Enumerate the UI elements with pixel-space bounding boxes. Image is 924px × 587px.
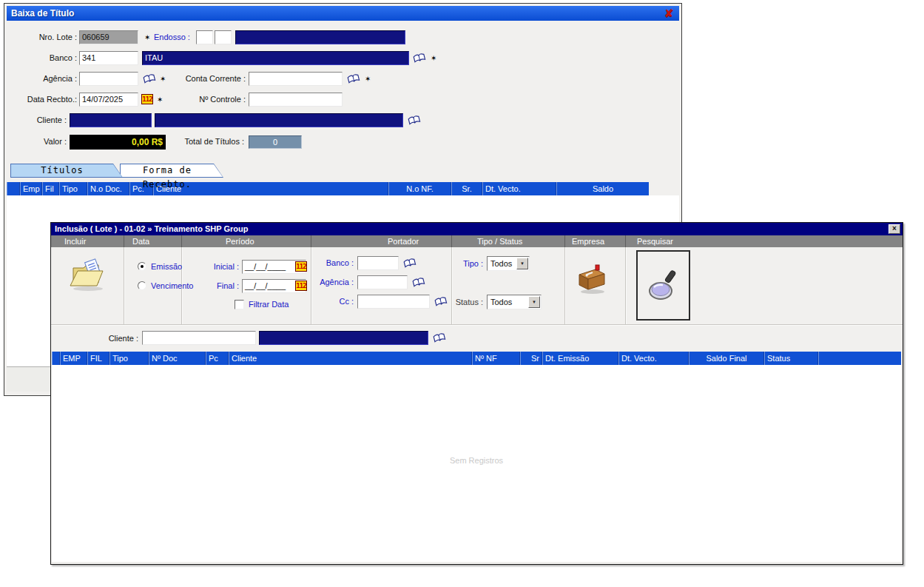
magnifier-icon [646,269,681,303]
results-grid-header: EMP FIL Tipo Nº Doc Pc Cliente Nº NF Sr … [52,352,901,365]
fg-cliente-code-field[interactable] [142,331,256,345]
nro-lote-label: Nro. Lote : [6,30,77,44]
portador-agencia-label: Agência : [301,275,354,289]
status-label: Status : [446,295,483,309]
column-header[interactable]: FIL [87,352,109,365]
close-icon[interactable]: ✘ [664,7,673,20]
section-pesquisar: Pesquisar [637,235,673,247]
results-grid-body[interactable]: Sem Registros [52,365,901,562]
tab-forma-de-recebto[interactable]: Forma de Recebto. [120,164,223,178]
column-header[interactable]: Cliente [229,352,472,365]
cliente-label: Cliente : [6,113,67,127]
portador-agencia-field[interactable] [357,275,408,289]
titulos-grid-header: Emp Fil Tipo N.o Doc. Pc. Cliente N.o NF… [7,182,649,195]
required-star: ✶ [365,72,371,86]
chevron-down-icon[interactable]: ▼ [516,258,528,269]
filtrar-data-label[interactable]: Filtrar Data [249,298,308,312]
tab-titulos-label: Títulos [10,164,123,178]
chevron-down-icon[interactable]: ▼ [528,296,540,308]
radio-vencimento[interactable] [138,281,146,290]
no-controle-label: Nº Controle : [172,93,246,107]
empresa-desk-icon[interactable] [575,263,607,295]
agencia-lookup-book-icon[interactable] [142,73,157,85]
column-header[interactable]: Fil [42,182,59,195]
endosso-field-2[interactable] [215,30,232,44]
close-icon[interactable]: × [888,224,900,234]
filtrar-data-checkbox[interactable] [235,300,244,309]
required-star: ✶ [431,51,436,65]
portador-cc-field[interactable] [357,295,430,309]
panel-divider [124,247,124,324]
nro-lote-field[interactable]: 060659 [79,30,138,44]
section-periodo: Período [226,235,254,247]
agencia-label: Agência : [6,72,77,86]
column-header[interactable]: Nº Doc [149,352,206,365]
portador-banco-label: Banco : [301,256,354,270]
fg-cliente-book-icon[interactable] [432,332,447,344]
column-header[interactable]: Dt. Vecto. [482,182,556,195]
column-header[interactable]: Dt. Vecto. [618,352,689,365]
no-controle-field[interactable] [249,93,343,107]
section-portador: Portador [388,235,419,247]
column-header[interactable]: N.o NF. [388,182,451,195]
column-header[interactable]: Dt. Emissão [542,352,618,365]
tipo-dropdown[interactable]: Todos ▼ [487,256,530,271]
column-header[interactable]: Tipo [59,182,87,195]
endosso-label: Endosso : [154,30,195,44]
required-star: ✶ [144,30,150,44]
section-divider [451,235,452,247]
grid-indicator-column [52,352,60,365]
column-header[interactable]: EMP [60,352,87,365]
column-header[interactable]: Pc [206,352,229,365]
section-divider [181,235,182,247]
conta-corrente-lookup-book-icon[interactable] [346,73,361,85]
total-titulos-label: Total de Títulos : [170,135,244,149]
status-dropdown[interactable]: Todos ▼ [487,295,542,309]
cliente-lookup-book-icon[interactable] [407,115,422,127]
banco-code-field[interactable]: 341 [79,51,138,65]
banco-lookup-book-icon[interactable] [412,53,427,64]
column-header[interactable]: Sr [520,352,542,365]
portador-banco-book-icon[interactable] [402,258,417,269]
column-header[interactable]: Sr. [451,182,482,195]
agencia-field[interactable] [79,72,138,86]
baixa-titlebar[interactable]: Baixa de Título ✘ [7,6,679,21]
cliente-code-field[interactable] [70,113,152,127]
data-recbto-calendar-icon[interactable]: 112 [141,94,153,104]
section-incluir: Incluir [64,235,86,247]
conta-corrente-field[interactable] [249,72,343,86]
column-header[interactable]: N.o Doc. [87,182,129,195]
incluir-folder-icon[interactable] [69,258,107,292]
tab-titulos[interactable]: Títulos [10,164,123,178]
endosso-desc-field[interactable] [235,30,405,44]
banco-name-field[interactable]: ITAU [142,51,409,65]
required-star: ✶ [157,93,163,107]
column-header[interactable]: Saldo [556,182,649,195]
inclusao-titlebar[interactable]: Inclusão ( Lote ) - 01-02 » Treinamento … [51,223,903,235]
portador-agencia-book-icon[interactable] [411,277,426,289]
section-data: Data [132,235,149,247]
section-empresa: Empresa [572,235,604,247]
portador-banco-field[interactable] [357,256,399,270]
column-header[interactable]: Saldo Final [689,352,764,365]
required-star: ✶ [160,72,166,86]
tipo-label: Tipo : [449,257,483,271]
tipo-dropdown-value: Todos [490,259,512,268]
window-inclusao-lote: Inclusão ( Lote ) - 01-02 » Treinamento … [50,222,903,565]
column-header[interactable]: Nº NF [472,352,520,365]
toolbar-section-bar: Incluir Data Período Portador Tipo / Sta… [51,235,903,247]
endosso-field-1[interactable] [196,30,213,44]
fg-cliente-label: Cliente : [100,332,138,346]
pesquisar-button[interactable] [636,250,690,321]
section-divider [564,235,565,247]
empty-grid-message: Sem Registros [52,456,901,465]
panel-divider [625,247,626,324]
cliente-name-field[interactable] [155,113,403,127]
data-recbto-field[interactable]: 14/07/2025 [79,93,138,107]
column-header[interactable]: Emp [20,182,42,195]
radio-emissao[interactable] [138,262,146,271]
total-titulos-field: 0 [249,135,302,149]
column-header[interactable]: Tipo [109,352,149,365]
fg-cliente-name-field[interactable] [259,331,428,345]
column-header[interactable]: Status [764,352,818,365]
